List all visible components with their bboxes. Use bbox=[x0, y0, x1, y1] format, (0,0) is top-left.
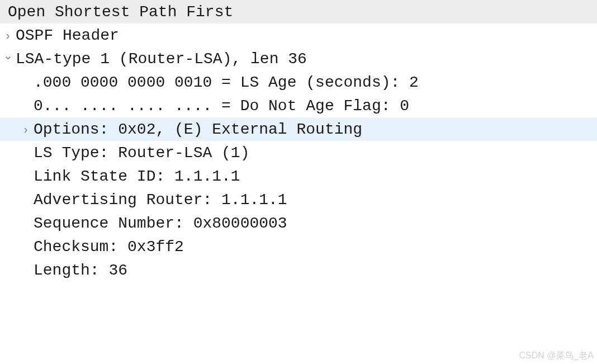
tree-row-ospf-header[interactable]: OSPF Header bbox=[0, 23, 597, 47]
tree-row-advertising-router[interactable]: Advertising Router: 1.1.1.1 bbox=[0, 188, 597, 211]
sequence-number-label: Sequence Number: 0x80000003 bbox=[34, 215, 287, 232]
options-label: Options: 0x02, (E) External Routing bbox=[34, 121, 362, 138]
ospf-header-label: OSPF Header bbox=[16, 27, 119, 44]
tree-row-link-state-id[interactable]: Link State ID: 1.1.1.1 bbox=[0, 164, 597, 188]
protocol-title-text: Open Shortest Path First bbox=[8, 3, 233, 21]
checksum-label: Checksum: 0x3ff2 bbox=[34, 238, 184, 256]
tree-row-ls-type[interactable]: LS Type: Router-LSA (1) bbox=[0, 141, 597, 164]
ls-type-label: LS Type: Router-LSA (1) bbox=[34, 144, 249, 162]
length-label: Length: 36 bbox=[34, 262, 127, 279]
lsa-type-label: LSA-type 1 (Router-LSA), len 36 bbox=[16, 50, 307, 68]
do-not-age-label: 0... .... .... .... = Do Not Age Flag: 0 bbox=[34, 97, 409, 115]
tree-row-ls-age[interactable]: .000 0000 0000 0010 = LS Age (seconds): … bbox=[0, 70, 597, 94]
watermark: CSDN @菜鸟_老A bbox=[519, 350, 594, 362]
tree-row-sequence-number[interactable]: Sequence Number: 0x80000003 bbox=[0, 211, 597, 235]
chevron-right-icon[interactable] bbox=[18, 124, 34, 135]
tree-row-do-not-age[interactable]: 0... .... .... .... = Do Not Age Flag: 0 bbox=[0, 94, 597, 117]
ls-age-label: .000 0000 0000 0010 = LS Age (seconds): … bbox=[34, 74, 419, 91]
watermark-text: CSDN @菜鸟_老A bbox=[519, 351, 594, 360]
tree-row-options[interactable]: Options: 0x02, (E) External Routing bbox=[0, 117, 597, 141]
chevron-down-icon[interactable] bbox=[0, 53, 16, 64]
tree-row-checksum[interactable]: Checksum: 0x3ff2 bbox=[0, 235, 597, 258]
tree-row-lsa-type[interactable]: LSA-type 1 (Router-LSA), len 36 bbox=[0, 47, 597, 70]
protocol-title: Open Shortest Path First bbox=[0, 0, 597, 23]
advertising-router-label: Advertising Router: 1.1.1.1 bbox=[34, 191, 287, 209]
link-state-id-label: Link State ID: 1.1.1.1 bbox=[34, 168, 240, 185]
tree-row-length[interactable]: Length: 36 bbox=[0, 258, 597, 282]
chevron-right-icon[interactable] bbox=[0, 30, 16, 41]
